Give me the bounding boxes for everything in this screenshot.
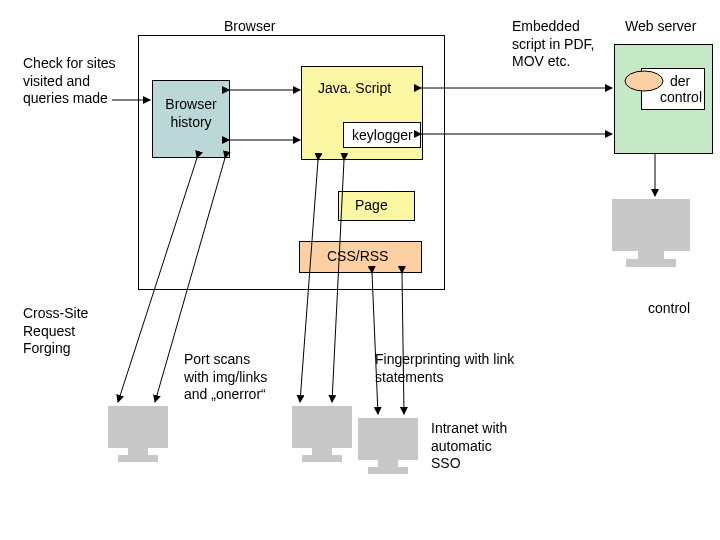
svg-rect-1 bbox=[612, 199, 690, 251]
svg-rect-9 bbox=[302, 455, 342, 462]
browser-history-label: Browser history bbox=[159, 96, 223, 131]
cross-site-label: Cross-Site Request Forging bbox=[23, 305, 113, 358]
svg-line-24 bbox=[402, 273, 404, 414]
browser-title: Browser bbox=[224, 18, 275, 36]
oval-icon bbox=[624, 70, 664, 92]
check-for-label: Check for sites visited and queries made bbox=[23, 55, 123, 108]
embedded-label: Embedded script in PDF, MOV etc. bbox=[512, 18, 602, 71]
control-label: control bbox=[660, 89, 702, 107]
monitor-icon bbox=[606, 195, 700, 273]
svg-rect-10 bbox=[358, 418, 418, 460]
svg-rect-11 bbox=[378, 460, 398, 467]
javascript-label: Java. Script bbox=[318, 80, 391, 98]
host-icon-1 bbox=[104, 404, 176, 468]
intranet-label: Intranet with automatic SSO bbox=[431, 420, 511, 473]
svg-rect-6 bbox=[118, 455, 158, 462]
page-label: Page bbox=[355, 197, 388, 215]
cssrss-label: CSS/RSS bbox=[327, 248, 388, 266]
svg-rect-12 bbox=[368, 467, 408, 474]
under-label: der bbox=[670, 73, 690, 91]
control-bottom-label: control bbox=[648, 300, 690, 318]
svg-line-23 bbox=[372, 273, 378, 414]
svg-rect-8 bbox=[312, 448, 332, 455]
webserver-label: Web server bbox=[625, 18, 696, 36]
host-icon-3 bbox=[354, 416, 426, 480]
svg-rect-5 bbox=[128, 448, 148, 455]
svg-rect-2 bbox=[638, 251, 664, 259]
svg-rect-7 bbox=[292, 406, 352, 448]
host-icon-2 bbox=[288, 404, 360, 468]
fingerprinting-label: Fingerprinting with link statements bbox=[375, 351, 525, 386]
svg-rect-4 bbox=[108, 406, 168, 448]
keylogger-label: keylogger bbox=[352, 127, 413, 145]
port-scans-label: Port scans with img/links and „onerror“ bbox=[184, 351, 274, 404]
svg-point-0 bbox=[625, 71, 663, 91]
svg-rect-3 bbox=[626, 259, 676, 267]
